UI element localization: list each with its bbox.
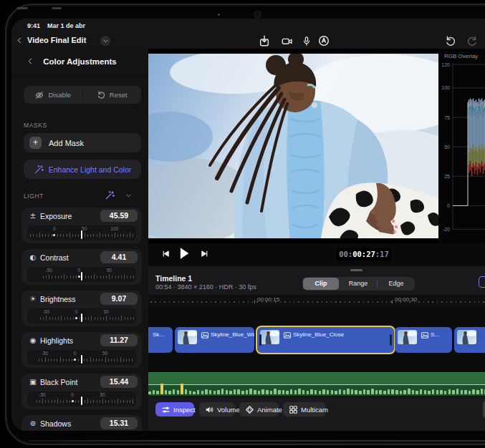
slider-value[interactable]: 4.41 (100, 251, 138, 263)
mode-clip[interactable]: Clip (303, 278, 339, 290)
enhance-light-color-button[interactable]: Enhance Light and Color (24, 160, 141, 179)
masks-section-label: MASKS (24, 122, 47, 129)
volume-line[interactable] (148, 384, 485, 386)
trim-handle-right[interactable] (390, 334, 392, 346)
slider-tape[interactable]: -50050 (27, 308, 136, 323)
slider-contrast[interactable]: ◐Contrast4.41-50050 (21, 249, 142, 285)
audio-track[interactable] (148, 372, 485, 396)
button-label: Animate (257, 406, 282, 414)
slider-tape[interactable]: 050100 (27, 225, 136, 240)
mic-icon[interactable] (300, 35, 313, 47)
inspect-icon (161, 405, 171, 414)
clip-label: Skyline_Blue_Wide (211, 331, 254, 338)
contrast-icon: ◐ (29, 253, 37, 261)
video-preview[interactable] (148, 49, 438, 243)
panel-title: Color Adjustments (11, 57, 148, 66)
inspect-button[interactable]: Inspect (155, 402, 194, 417)
slider-value[interactable]: 15.31 (100, 417, 138, 429)
mode-range[interactable]: Range (340, 278, 376, 290)
clip-thumbnail (398, 330, 417, 344)
slider-shadows[interactable]: ⊚Shadows15.31-50050 (21, 415, 142, 431)
exposure-icon: ± (29, 212, 37, 220)
redo-icon[interactable] (466, 35, 479, 47)
clip-label: Sk... (153, 331, 164, 338)
add-mask-button[interactable]: + Add Mask (24, 133, 141, 152)
clip-untitled[interactable] (454, 327, 485, 353)
slider-tape[interactable]: -50050 (27, 267, 136, 282)
track-area[interactable]: Sk...Skyline_Blue_WideSkyline_Blue_Close… (148, 305, 485, 396)
slider-label: Highlights (40, 336, 73, 345)
svg-text:75: 75 (444, 115, 450, 120)
slider-tape[interactable]: -50050 (27, 350, 136, 365)
slider-value[interactable]: 15.44 (100, 376, 138, 388)
slider-exposure[interactable]: ±Exposure45.59050100 (21, 208, 142, 243)
media-icon (421, 331, 429, 339)
light-section-row: LIGHT (11, 189, 148, 203)
skip-fwd-icon[interactable] (200, 249, 209, 258)
front-camera (254, 11, 261, 19)
clip-Sk...[interactable]: Sk... (148, 327, 173, 353)
title-menu-button[interactable] (100, 36, 110, 46)
video-frame-art (148, 51, 438, 241)
project-title[interactable]: Video Final Edit (27, 36, 86, 44)
disable-reset-group: Disable Reset (24, 86, 141, 104)
title-bar: Video Final Edit (11, 33, 485, 49)
brightness-icon: ☀ (29, 295, 37, 303)
top-button-2 (52, 7, 62, 9)
chevron-down-icon[interactable] (125, 193, 133, 199)
timeline-title: Timeline 1 (155, 274, 192, 283)
clip-thumbnail (260, 330, 279, 344)
audio-clip-body (148, 372, 485, 385)
clip-S...[interactable]: S... (395, 327, 452, 353)
ruler-tick (254, 300, 255, 303)
camera-icon[interactable] (280, 35, 293, 47)
export-icon[interactable] (258, 35, 271, 47)
skip-back-icon[interactable] (161, 249, 171, 258)
reset-button[interactable]: Reset (83, 86, 142, 104)
multicam-button[interactable]: Multicam (283, 402, 326, 417)
wand-icon[interactable] (105, 190, 115, 200)
light-sliders: ±Exposure45.59050100◐Contrast4.41-50050☀… (11, 208, 148, 431)
slider-value[interactable]: 45.59 (100, 210, 138, 222)
edit-mode-segmented-control: ClipRangeEdge (302, 277, 415, 291)
back-chevron-icon[interactable] (16, 36, 23, 45)
animate-button[interactable]: Animate (239, 402, 279, 417)
slider-black-point[interactable]: ▣Black Point15.44-50050 (21, 374, 142, 409)
pencil-circle-icon[interactable] (317, 35, 330, 47)
slider-value[interactable]: 9.07 (100, 293, 138, 305)
slider-value[interactable]: 11.27 (100, 334, 138, 346)
play-icon[interactable] (178, 247, 190, 260)
playback-bar: 00:00:27:17 (148, 243, 485, 267)
disable-label: Disable (48, 91, 71, 99)
timeline-resize-handle[interactable] (350, 269, 362, 271)
volume-icon (205, 405, 214, 414)
camera-indicator-dot (218, 14, 220, 16)
clip-Skyline_Blue_Wide[interactable]: Skyline_Blue_Wide (175, 327, 254, 353)
clip-thumbnail (457, 330, 476, 344)
media-icon (201, 331, 209, 339)
timeline-meta: 00:54 · 3840 × 2160 · HDR · 30 fps (155, 283, 256, 291)
mode-edge[interactable]: Edge (378, 278, 414, 290)
timeline-toolbar: InspectVolumeAnimateMulticam (148, 396, 485, 431)
slider-highlights[interactable]: ◉Highlights11.27-50050 (21, 332, 142, 368)
slider-brightness[interactable]: ☀Brightness9.07-50050 (21, 291, 142, 326)
wand-icon (34, 165, 44, 175)
media-icon (283, 331, 292, 339)
slider-tape[interactable]: -50050 (27, 391, 136, 406)
trim-handle-left[interactable] (259, 334, 261, 346)
clip-thumbnail (178, 330, 197, 344)
truncated-button[interactable] (479, 276, 485, 288)
volume-button[interactable]: Volume (199, 402, 235, 417)
svg-text:120: 120 (441, 62, 450, 67)
timeline-ruler[interactable]: 00:00:1500:00:30 (148, 295, 485, 306)
black-point-icon: ▣ (29, 378, 37, 386)
clip-Skyline_Blue_Close[interactable]: Skyline_Blue_Close (256, 326, 395, 354)
undo-icon[interactable] (444, 35, 457, 47)
shadows-icon: ⊚ (29, 419, 37, 427)
timecode-part: :17 (375, 250, 389, 258)
enhance-label: Enhance Light and Color (49, 165, 132, 174)
status-bar: 9:41 Mar 1 de abr (11, 19, 485, 33)
rgb-overlay-scope: RGB Overlay1201007550250-20 (438, 49, 485, 243)
slider-label: Black Point (40, 378, 78, 386)
disable-button[interactable]: Disable (24, 86, 82, 104)
